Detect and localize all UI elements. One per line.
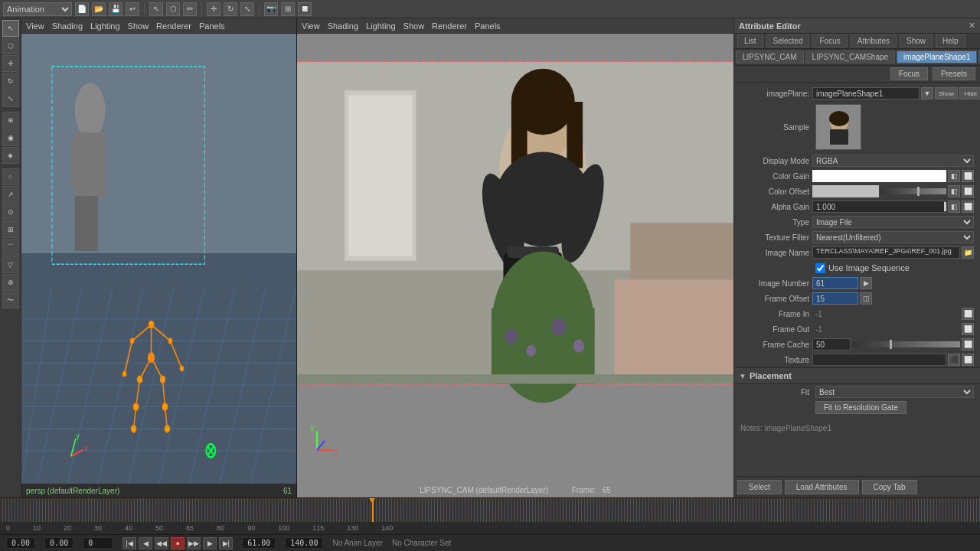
left-menu-lighting[interactable]: Lighting [90, 21, 120, 31]
attr-editor-close-btn[interactable]: ✕ [969, 21, 975, 31]
camera-canvas[interactable]: x y LIPSYNC_CAM (defaultRenderLayer) Fra… [297, 34, 733, 497]
flare-btn[interactable]: ▽ [2, 256, 19, 273]
color-offset-swatch[interactable] [812, 185, 879, 197]
image-number-input[interactable] [812, 277, 858, 289]
frame-number-input[interactable] [83, 537, 113, 549]
move-btn[interactable]: ✛ [2, 55, 19, 72]
play-btn[interactable]: ▶▶ [187, 537, 201, 549]
rotate-tool-icon[interactable]: ↻ [224, 2, 237, 16]
paint-tool-icon[interactable]: ✏ [183, 2, 197, 16]
image-name-browse-btn[interactable]: 📁 [962, 246, 974, 259]
sculpt-btn[interactable]: ◈ [2, 147, 19, 164]
texture-checker-btn[interactable]: ⬛ [948, 354, 960, 366]
bend-btn[interactable]: ⌒ [2, 239, 19, 256]
move-tool-icon[interactable]: ✛ [207, 2, 220, 16]
image-plane-input[interactable] [812, 87, 920, 99]
image-number-key-btn[interactable]: ▶ [860, 277, 872, 289]
save-file-icon[interactable]: 💾 [109, 2, 122, 16]
prev-play-btn[interactable]: ◀◀ [155, 537, 168, 549]
prev-key-btn[interactable]: |◀ [122, 537, 136, 549]
ik-handle-btn[interactable]: ↗ [2, 186, 19, 203]
presets-btn[interactable]: Presets [933, 67, 975, 80]
alpha-gain-key-btn[interactable]: ⬜ [962, 201, 974, 213]
tab-focus[interactable]: Focus [812, 34, 847, 47]
texture-filter-select[interactable]: Nearest(Unfiltered) [812, 231, 974, 243]
right-menu-view[interactable]: View [302, 21, 320, 31]
open-file-icon[interactable]: 📂 [92, 2, 106, 16]
node-tab-image-plane-shape[interactable]: imagePlaneShape1 [897, 51, 977, 64]
node-tab-cam[interactable]: LIPSYNC_CAM [736, 51, 804, 64]
scale-btn[interactable]: ⤡ [2, 90, 19, 107]
lasso-tool-icon[interactable]: ⬡ [166, 2, 180, 16]
frame-out-key-btn[interactable]: ⬜ [962, 323, 974, 335]
frame-cache-input[interactable] [812, 338, 851, 350]
color-gain-key-btn[interactable]: ⬜ [962, 170, 974, 182]
select-tool-btn[interactable]: ↖ [2, 20, 19, 37]
rotate-btn[interactable]: ↻ [2, 73, 19, 90]
select-button[interactable]: Select [737, 480, 782, 494]
left-menu-show[interactable]: Show [128, 21, 149, 31]
camera-icon[interactable]: 📷 [264, 2, 278, 16]
tab-list[interactable]: List [737, 34, 763, 47]
color-gain-swatch[interactable] [812, 170, 946, 182]
tab-show[interactable]: Show [900, 34, 933, 47]
fit-resolution-btn[interactable]: Fit to Resolution Gate [815, 401, 906, 414]
image-plane-menu-btn[interactable]: ▼ [921, 87, 933, 99]
snap-icon[interactable]: 🔲 [298, 2, 312, 16]
right-menu-show[interactable]: Show [403, 21, 425, 31]
next-frame-btn[interactable]: ▶ [203, 537, 217, 549]
lattice-btn[interactable]: ⊞ [2, 221, 19, 238]
undo-icon[interactable]: ↩ [126, 2, 139, 16]
use-image-sequence-checkbox[interactable] [815, 263, 825, 273]
tab-selected[interactable]: Selected [766, 34, 810, 47]
node-tab-cam-shape[interactable]: LIPSYNC_CAMShape [805, 51, 896, 64]
right-menu-renderer[interactable]: Renderer [432, 21, 467, 31]
cluster-btn[interactable]: ⊙ [2, 204, 19, 220]
prev-frame-btn[interactable]: ◀ [139, 537, 152, 549]
tab-attributes[interactable]: Attributes [851, 34, 897, 47]
right-menu-lighting[interactable]: Lighting [366, 21, 396, 31]
right-menu-shading[interactable]: Shading [328, 21, 358, 31]
placement-section[interactable]: ▼ Placement [734, 367, 980, 384]
frame-offset-input[interactable] [812, 292, 858, 305]
alpha-gain-input[interactable] [812, 201, 945, 213]
color-offset-key-btn[interactable]: ⬜ [962, 185, 974, 197]
frame-cache-key-btn[interactable]: ⬜ [962, 338, 974, 350]
grid-icon[interactable]: ⊞ [281, 2, 295, 16]
left-viewport-canvas[interactable]: x y [21, 34, 296, 484]
tab-help[interactable]: Help [936, 34, 965, 47]
texture-key-btn[interactable]: ⬜ [962, 354, 974, 366]
focus-btn[interactable]: Focus [890, 67, 928, 80]
hide-attr-btn[interactable]: Hide [959, 87, 980, 99]
left-menu-shading[interactable]: Shading [52, 21, 83, 31]
new-file-icon[interactable]: 📄 [75, 2, 89, 16]
wave-btn[interactable]: 〜 [2, 292, 19, 308]
frame-in-key-btn[interactable]: ⬜ [962, 308, 974, 320]
display-mode-select[interactable]: RGBA [812, 155, 974, 167]
joint-btn[interactable]: ○ [2, 168, 19, 185]
next-key-btn[interactable]: ▶| [219, 537, 233, 549]
alpha-gain-menu-btn[interactable]: ◧ [948, 201, 960, 213]
left-menu-view[interactable]: View [26, 21, 44, 31]
paint-select-btn[interactable]: ⬡ [2, 37, 19, 54]
color-gain-menu-btn[interactable]: ◧ [948, 170, 960, 182]
show-attr-btn[interactable]: Show [935, 87, 958, 99]
select-tool-icon[interactable]: ↖ [149, 2, 163, 16]
mode-dropdown[interactable]: Animation [3, 2, 72, 16]
show-manip-btn[interactable]: ⊕ [2, 112, 19, 129]
frame-offset-key-btn[interactable]: ◫ [860, 292, 872, 305]
right-menu-panels[interactable]: Panels [475, 21, 501, 31]
soft-mod-btn[interactable]: ◉ [2, 129, 19, 146]
twist-btn[interactable]: ⊗ [2, 274, 19, 291]
scale-tool-icon[interactable]: ⤡ [240, 2, 254, 16]
load-attributes-button[interactable]: Load Attributes [785, 480, 859, 494]
copy-tab-button[interactable]: Copy Tab [862, 480, 917, 494]
type-select[interactable]: Image File [812, 216, 974, 228]
fit-select[interactable]: Best [815, 386, 974, 398]
timeline-track[interactable] [0, 498, 980, 522]
color-offset-menu-btn[interactable]: ◧ [948, 185, 960, 197]
left-menu-panels[interactable]: Panels [199, 21, 225, 31]
left-menu-renderer[interactable]: Renderer [156, 21, 191, 31]
record-btn[interactable]: ● [171, 537, 185, 549]
timeline-playhead[interactable] [372, 498, 374, 522]
